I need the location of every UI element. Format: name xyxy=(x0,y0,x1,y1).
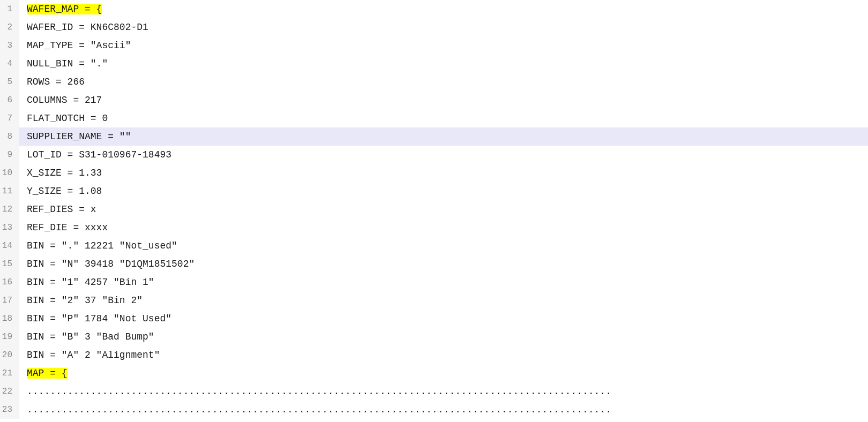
code-text: NULL_BIN = "." xyxy=(27,58,108,69)
code-text: X_SIZE = 1.33 xyxy=(27,168,102,178)
code-line: 2WAFER_ID = KN6C802-D1 xyxy=(0,18,868,36)
line-number: 14 xyxy=(0,237,19,255)
code-line: 20BIN = "A" 2 "Alignment" xyxy=(0,346,868,364)
line-number: 13 xyxy=(0,218,19,237)
line-number: 22 xyxy=(0,382,19,401)
code-line: 15BIN = "N" 39418 "D1QM1851502" xyxy=(0,255,868,273)
line-number: 20 xyxy=(0,346,19,364)
code-text: MAP_TYPE = "Ascii" xyxy=(27,40,131,51)
line-number: 7 xyxy=(0,109,19,127)
code-text: BIN = "A" 2 "Alignment" xyxy=(27,350,160,360)
code-text: BIN = "1" 4257 "Bin 1" xyxy=(27,277,154,288)
line-number: 10 xyxy=(0,164,19,182)
line-number: 3 xyxy=(0,36,19,55)
line-number: 18 xyxy=(0,310,19,328)
line-number: 19 xyxy=(0,328,19,346)
line-content: BIN = "B" 3 "Bad Bump" xyxy=(19,328,154,346)
line-number: 6 xyxy=(0,91,19,109)
line-content: WAFER_MAP = { xyxy=(19,0,102,18)
code-text: Y_SIZE = 1.08 xyxy=(27,186,102,197)
line-number: 23 xyxy=(0,401,19,419)
code-line: 13REF_DIE = xxxx xyxy=(0,218,868,237)
line-number: 5 xyxy=(0,73,19,91)
line-number: 21 xyxy=(0,364,19,382)
code-line: 7FLAT_NOTCH = 0 xyxy=(0,109,868,127)
code-text: REF_DIE = xxxx xyxy=(27,222,108,233)
line-number: 4 xyxy=(0,55,19,73)
line-number: 8 xyxy=(0,127,19,146)
code-text: BIN = "N" 39418 "D1QM1851502" xyxy=(27,259,194,269)
code-line: 9LOT_ID = S31-010967-18493 xyxy=(0,146,868,164)
line-content: MAP = { xyxy=(19,364,68,382)
code-text: FLAT_NOTCH = 0 xyxy=(27,113,108,124)
line-number: 1 xyxy=(0,0,19,18)
line-content: BIN = "." 12221 "Not_used" xyxy=(19,237,177,255)
line-content: MAP_TYPE = "Ascii" xyxy=(19,36,131,55)
code-text: BIN = "2" 37 "Bin 2" xyxy=(27,295,143,306)
highlighted-text: WAFER_MAP = { xyxy=(27,4,102,14)
line-content: BIN = "2" 37 "Bin 2" xyxy=(19,291,143,310)
code-line: 21MAP = { xyxy=(0,364,868,382)
line-number: 16 xyxy=(0,273,19,291)
code-line: 5ROWS = 266 xyxy=(0,73,868,91)
line-content: ........................................… xyxy=(19,401,611,419)
line-number: 15 xyxy=(0,255,19,273)
line-content: X_SIZE = 1.33 xyxy=(19,164,102,182)
code-text: BIN = "B" 3 "Bad Bump" xyxy=(27,331,154,342)
line-content: SUPPLIER_NAME = "" xyxy=(19,127,131,146)
line-number: 9 xyxy=(0,146,19,164)
code-line: 17BIN = "2" 37 "Bin 2" xyxy=(0,291,868,310)
line-number: 12 xyxy=(0,200,19,218)
code-text: BIN = "P" 1784 "Not Used" xyxy=(27,313,171,324)
code-viewer: 1WAFER_MAP = {2WAFER_ID = KN6C802-D13MAP… xyxy=(0,0,868,422)
code-text: LOT_ID = S31-010967-18493 xyxy=(27,149,171,160)
line-number: 17 xyxy=(0,291,19,310)
line-content: BIN = "P" 1784 "Not Used" xyxy=(19,310,171,328)
line-number: 11 xyxy=(0,182,19,200)
line-content: Y_SIZE = 1.08 xyxy=(19,182,102,200)
code-text: WAFER_ID = KN6C802-D1 xyxy=(27,22,148,33)
code-text: SUPPLIER_NAME = "" xyxy=(27,131,131,142)
code-text: ........................................… xyxy=(27,404,611,415)
code-text: BIN = "." 12221 "Not_used" xyxy=(27,240,177,251)
line-content: BIN = "1" 4257 "Bin 1" xyxy=(19,273,154,291)
line-content: BIN = "N" 39418 "D1QM1851502" xyxy=(19,255,194,273)
code-line: 16BIN = "1" 4257 "Bin 1" xyxy=(0,273,868,291)
code-line: 8SUPPLIER_NAME = "" xyxy=(0,127,868,146)
code-text: REF_DIES = x xyxy=(27,204,96,215)
line-content: REF_DIES = x xyxy=(19,200,96,218)
code-line: 11Y_SIZE = 1.08 xyxy=(0,182,868,200)
line-number: 2 xyxy=(0,18,19,36)
code-text: ROWS = 266 xyxy=(27,77,85,87)
line-content: LOT_ID = S31-010967-18493 xyxy=(19,146,171,164)
line-content: COLUMNS = 217 xyxy=(19,91,102,109)
code-text: COLUMNS = 217 xyxy=(27,95,102,106)
code-text: ........................................… xyxy=(27,386,611,397)
code-line: 19BIN = "B" 3 "Bad Bump" xyxy=(0,328,868,346)
code-line: 22......................................… xyxy=(0,382,868,401)
code-line: 10X_SIZE = 1.33 xyxy=(0,164,868,182)
highlighted-text: MAP = { xyxy=(27,368,68,379)
line-content: NULL_BIN = "." xyxy=(19,55,108,73)
code-line: 1WAFER_MAP = { xyxy=(0,0,868,18)
code-line: 18BIN = "P" 1784 "Not Used" xyxy=(0,310,868,328)
line-content: FLAT_NOTCH = 0 xyxy=(19,109,108,127)
code-line: 4NULL_BIN = "." xyxy=(0,55,868,73)
code-line: 12REF_DIES = x xyxy=(0,200,868,218)
code-line: 14BIN = "." 12221 "Not_used" xyxy=(0,237,868,255)
code-line: 3MAP_TYPE = "Ascii" xyxy=(0,36,868,55)
line-content: ........................................… xyxy=(19,382,611,401)
code-line: 23......................................… xyxy=(0,401,868,419)
line-content: BIN = "A" 2 "Alignment" xyxy=(19,346,160,364)
line-content: REF_DIE = xxxx xyxy=(19,218,108,237)
line-content: ROWS = 266 xyxy=(19,73,85,91)
code-line: 6COLUMNS = 217 xyxy=(0,91,868,109)
line-content: WAFER_ID = KN6C802-D1 xyxy=(19,18,148,36)
